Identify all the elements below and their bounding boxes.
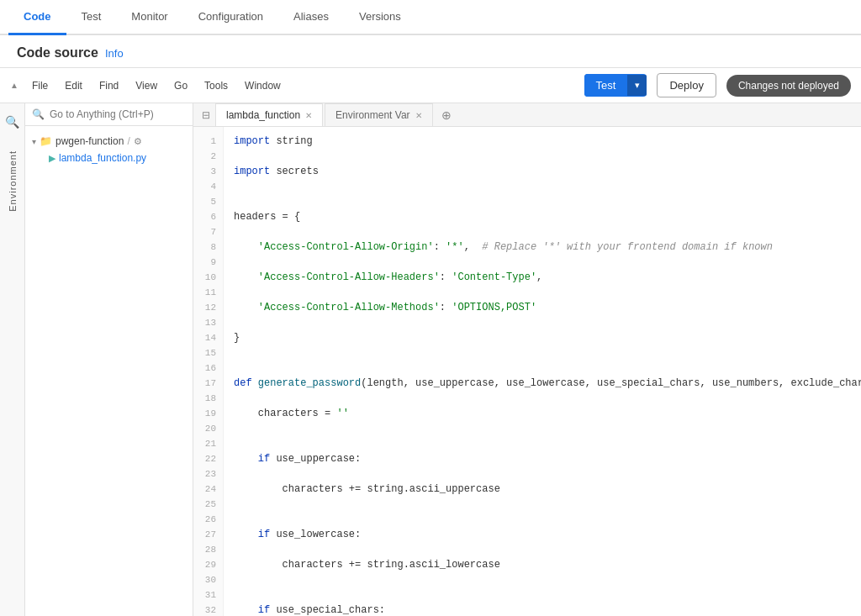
menu-view[interactable]: View — [132, 78, 161, 93]
deploy-button[interactable]: Deploy — [657, 73, 716, 97]
close-tab-env[interactable]: ✕ — [415, 111, 422, 120]
toolbar: ▲ File Edit Find View Go Tools Window Te… — [0, 68, 861, 103]
tab-aliases[interactable]: Aliases — [278, 0, 344, 35]
code-content[interactable]: import string import secrets headers = {… — [224, 127, 861, 616]
file-panel: 🔍 ▾ 📁 pwgen-function / ⚙ ▶ lambda_functi… — [25, 103, 193, 616]
file-tree: ▾ 📁 pwgen-function / ⚙ ▶ lambda_function… — [25, 126, 193, 173]
menu-edit[interactable]: Edit — [61, 78, 86, 93]
code-body: 12345 678910 1112131415 1617181920 21222… — [193, 127, 861, 616]
close-tab-lambda[interactable]: ✕ — [305, 111, 312, 120]
tab-bar-icon: ⊟ — [197, 106, 215, 124]
page-title: Code source — [17, 45, 98, 61]
file-name: lambda_function.py — [59, 152, 146, 164]
code-source-header: Code source Info — [0, 35, 861, 68]
menu-find[interactable]: Find — [96, 78, 122, 93]
main-area: 🔍 Environment 🔍 ▾ 📁 pwgen-function / ⚙ ▶ — [0, 103, 861, 616]
content-area: 🔍 ▾ 📁 pwgen-function / ⚙ ▶ lambda_functi… — [25, 103, 861, 616]
sidebar-search-icon[interactable]: 🔍 — [0, 110, 24, 134]
editor-tab-env[interactable]: Environment Var ✕ — [325, 103, 432, 126]
file-icon: ▶ — [49, 153, 55, 164]
editor-area: ⊟ lambda_function ✕ Environment Var ✕ ⊕ … — [193, 103, 861, 616]
line-numbers: 12345 678910 1112131415 1617181920 21222… — [193, 127, 224, 616]
tab-monitor[interactable]: Monitor — [116, 0, 182, 35]
test-button[interactable]: Test — [584, 74, 628, 97]
changes-not-deployed-button[interactable]: Changes not deployed — [726, 75, 851, 97]
tab-versions[interactable]: Versions — [344, 0, 416, 35]
search-icon: 🔍 — [32, 108, 45, 120]
menu-tools[interactable]: Tools — [201, 78, 231, 93]
folder-separator: / — [127, 135, 129, 147]
collapse-button[interactable]: ▲ — [10, 81, 18, 90]
folder-name: pwgen-function — [55, 135, 124, 147]
gear-icon[interactable]: ⚙ — [134, 136, 142, 147]
left-sidebar: 🔍 Environment — [0, 103, 25, 616]
editor-tab-label-env: Environment Var — [335, 109, 409, 121]
top-navigation: Code Test Monitor Configuration Aliases … — [0, 0, 861, 35]
folder-icon: 📁 — [40, 135, 52, 147]
menu-go[interactable]: Go — [171, 78, 191, 93]
search-input[interactable] — [50, 108, 186, 120]
menu-window[interactable]: Window — [241, 78, 284, 93]
test-button-group: Test ▾ — [584, 74, 647, 97]
expand-icon: ▾ — [32, 137, 36, 146]
search-bar: 🔍 — [25, 103, 193, 126]
file-row[interactable]: ▶ lambda_function.py — [29, 150, 189, 166]
editor-tab-label-lambda: lambda_function — [226, 109, 300, 121]
tab-test[interactable]: Test — [66, 0, 117, 35]
editor-tab-lambda[interactable]: lambda_function ✕ — [215, 103, 323, 126]
folder-row[interactable]: ▾ 📁 pwgen-function / ⚙ — [29, 133, 189, 150]
menu-file[interactable]: File — [29, 78, 51, 93]
tab-configuration[interactable]: Configuration — [183, 0, 278, 35]
info-link[interactable]: Info — [105, 47, 124, 60]
tab-code[interactable]: Code — [8, 0, 66, 35]
editor-tabs: ⊟ lambda_function ✕ Environment Var ✕ ⊕ — [193, 103, 861, 127]
test-dropdown-button[interactable]: ▾ — [627, 75, 647, 96]
add-tab-button[interactable]: ⊕ — [435, 105, 458, 125]
environment-label: Environment — [8, 150, 18, 212]
